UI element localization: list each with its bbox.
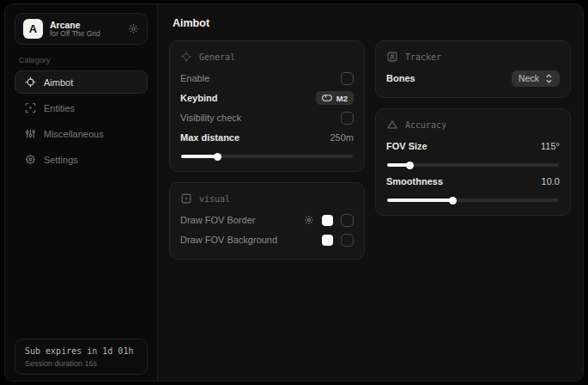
triangle-icon	[386, 119, 398, 130]
slider-thumb[interactable]	[214, 153, 221, 161]
main-panel: Aimbot General	[158, 4, 583, 381]
visibility-checkbox[interactable]	[341, 112, 354, 125]
smoothness-label: Smoothness	[386, 176, 443, 186]
visibility-check-label: Visibility check	[180, 113, 241, 123]
draw-fov-border-label: Draw FOV Border	[180, 215, 255, 225]
sub-expires-text: Sub expires in 1d 01h	[25, 346, 137, 356]
bones-selected-value: Neck	[518, 73, 539, 83]
card-title: General	[199, 52, 235, 62]
category-label: Category	[19, 56, 143, 64]
screen: A Arcane for Off The Grid Category	[0, 0, 588, 385]
eye-box-icon	[180, 193, 192, 204]
sidebar-item-entities[interactable]: Entities	[15, 96, 148, 119]
sidebar-item-label: Aimbot	[44, 77, 73, 88]
gear-icon	[24, 154, 36, 165]
draw-fov-background-label: Draw FOV Background	[180, 235, 277, 245]
sidebar-item-settings[interactable]: Settings	[15, 148, 148, 171]
general-card: General Enable Keybind	[169, 40, 365, 172]
slider-thumb[interactable]	[406, 162, 414, 169]
bones-label: Bones	[386, 73, 415, 83]
brand-subtitle: for Off The Grid	[50, 30, 121, 39]
gear-icon[interactable]	[128, 23, 139, 34]
sidebar-item-miscellaneous[interactable]: Miscellaneous	[15, 122, 148, 145]
sidebar-item-label: Entities	[44, 103, 75, 113]
fov-border-color-swatch[interactable]	[322, 215, 333, 226]
max-distance-label: Max distance	[180, 132, 239, 143]
sidebar-item-aimbot[interactable]: Aimbot	[15, 70, 148, 94]
visual-card: visual Draw FOV Border	[169, 182, 365, 260]
card-title: visual	[199, 194, 230, 204]
smoothness-slider[interactable]	[387, 199, 559, 202]
slider-thumb[interactable]	[449, 197, 457, 205]
mouse-icon	[322, 95, 332, 101]
fov-size-label: FOV Size	[386, 141, 427, 151]
max-distance-slider[interactable]	[181, 155, 353, 158]
brand-name: Arcane	[50, 20, 121, 30]
card-title: Tracker	[405, 52, 441, 62]
enable-checkbox[interactable]	[341, 72, 354, 85]
page-title: Aimbot	[173, 17, 571, 29]
max-distance-value: 250m	[330, 132, 354, 143]
card-title: Accuracy	[405, 120, 446, 130]
person-box-icon	[386, 52, 398, 62]
enable-label: Enable	[180, 73, 209, 83]
tracker-card: Tracker Bones Neck	[375, 40, 571, 98]
subscription-info-card: Sub expires in 1d 01h Session duration 1…	[15, 339, 148, 375]
keybind-value: M2	[336, 94, 348, 103]
app-window: A Arcane for Off The Grid Category	[4, 3, 584, 382]
fov-border-checkbox[interactable]	[341, 214, 354, 227]
fov-background-color-swatch[interactable]	[322, 235, 333, 246]
keybind-button[interactable]: M2	[316, 91, 354, 105]
crosshair-icon	[24, 76, 36, 88]
scan-icon	[24, 102, 36, 113]
crosshair-icon	[180, 52, 192, 62]
sidebar: A Arcane for Off The Grid Category	[5, 4, 158, 381]
fov-size-slider[interactable]	[387, 163, 559, 167]
session-duration-text: Session duration 16s	[25, 359, 137, 368]
brand-card: A Arcane for Off The Grid	[15, 13, 148, 45]
fov-background-checkbox[interactable]	[341, 234, 354, 247]
fov-size-value: 115°	[541, 141, 560, 151]
gear-icon[interactable]	[304, 215, 314, 225]
keybind-label: Keybind	[180, 93, 217, 103]
accuracy-card: Accuracy FOV Size 115° Smoothness 10	[375, 108, 571, 216]
brand-logo: A	[23, 19, 43, 39]
chevron-up-down-icon	[545, 74, 553, 83]
sidebar-item-label: Settings	[44, 155, 78, 165]
bones-select[interactable]: Neck	[512, 70, 560, 87]
sidebar-item-label: Miscellaneous	[44, 129, 104, 139]
grid-icon	[24, 128, 36, 139]
smoothness-value: 10.0	[542, 176, 560, 186]
